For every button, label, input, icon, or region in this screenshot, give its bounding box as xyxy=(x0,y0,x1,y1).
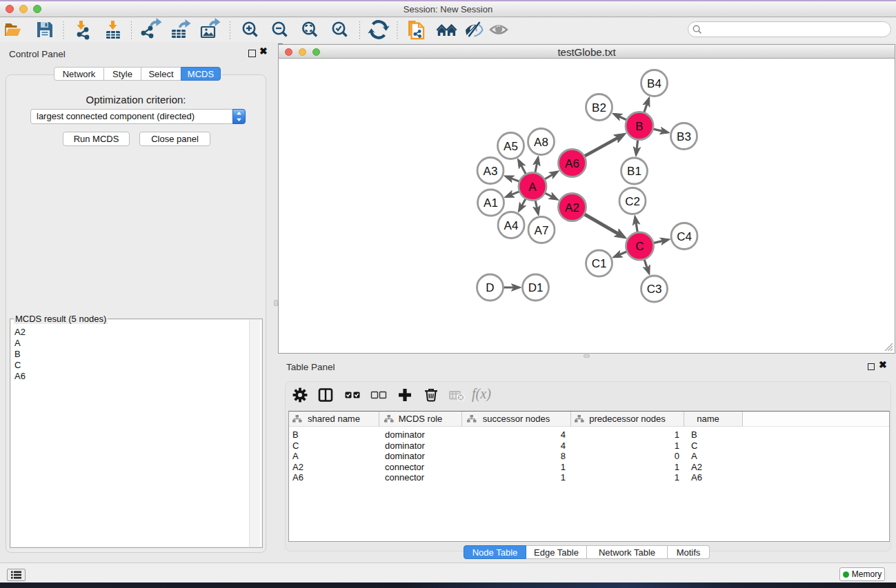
svg-text:A7: A7 xyxy=(535,224,549,237)
svg-text:A5: A5 xyxy=(504,140,518,153)
svg-text:A1: A1 xyxy=(484,196,498,210)
svg-text:A6: A6 xyxy=(565,157,579,170)
svg-text:A2: A2 xyxy=(565,201,579,214)
svg-text:B3: B3 xyxy=(677,130,691,143)
svg-text:C4: C4 xyxy=(677,230,692,243)
svg-text:A8: A8 xyxy=(534,136,548,149)
svg-text:A3: A3 xyxy=(484,165,498,178)
svg-text:B1: B1 xyxy=(627,165,641,178)
svg-text:D: D xyxy=(486,281,494,294)
svg-text:C2: C2 xyxy=(625,195,640,208)
svg-text:B2: B2 xyxy=(592,101,606,114)
svg-text:C3: C3 xyxy=(647,283,662,296)
svg-text:A: A xyxy=(528,181,537,194)
svg-text:B4: B4 xyxy=(647,77,661,90)
svg-text:C1: C1 xyxy=(592,257,607,270)
svg-text:B: B xyxy=(635,120,643,133)
svg-text:A4: A4 xyxy=(504,219,519,232)
svg-text:C: C xyxy=(635,240,644,253)
svg-text:D1: D1 xyxy=(528,281,544,294)
